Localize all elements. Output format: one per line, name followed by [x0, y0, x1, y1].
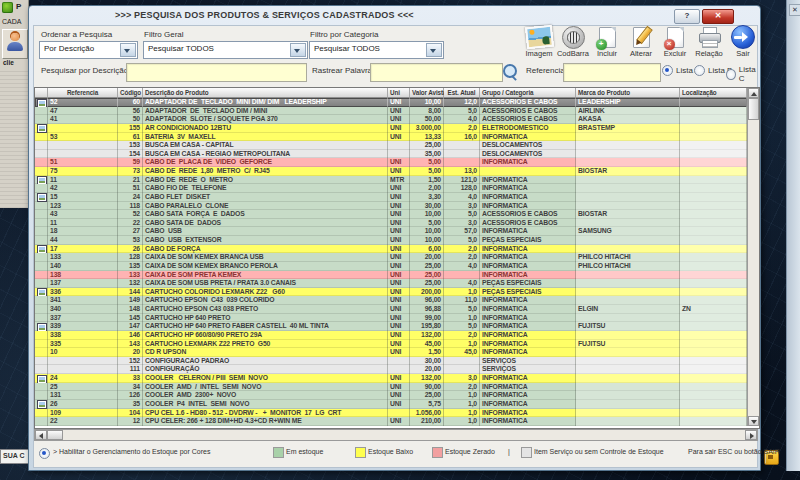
cell-grupo: ELETRODOMESTICO [480, 124, 576, 133]
v-scroll-thumb[interactable] [748, 98, 759, 120]
table-header[interactable]: ReferenciaCódigoDescrição do ProdutoUniV… [35, 88, 747, 98]
chevron-down-icon[interactable] [120, 43, 136, 57]
table-row[interactable]: 2635COOLER P4 INTEL SEMI NOVOUNI5,751,0I… [35, 400, 747, 409]
table-row[interactable]: 152CONFIGURACAO PADRAO30,00SERVIÇOS [35, 357, 747, 366]
filtro-geral-dropdown[interactable]: Pesquisar TODOS [143, 41, 308, 59]
column-header-cod[interactable]: Código [118, 88, 143, 98]
cell-uni: UNI [388, 331, 410, 340]
table-row[interactable]: 2212CPU CELER: 266 + 128 DIM+HD 4.3+CD R… [35, 417, 747, 426]
scroll-up-icon[interactable] [748, 88, 759, 98]
cell-uni: UNI [388, 348, 410, 357]
cell-uni [388, 365, 410, 374]
table-row[interactable]: 2433COOLER CELERON / PIII SEMI NOVOUNI13… [35, 374, 747, 383]
table-row[interactable]: 137132CAIXA DE SOM USB PRETA / PRATA 3.0… [35, 279, 747, 288]
sair-button[interactable]: Sair [726, 24, 760, 62]
alterar-button[interactable]: Alterar [624, 24, 658, 62]
chevron-down-icon[interactable] [426, 43, 442, 57]
table-row[interactable]: 4251CABO FIO DE TELEFONEUNI2,00128,0INFO… [35, 184, 747, 193]
table-row[interactable]: 153BUSCA EM CASA - CAPITAL25,00DESLOCAME… [35, 141, 747, 150]
h-scrollbar[interactable] [34, 429, 758, 441]
table-row[interactable]: 341149CARTUCHO EPSON C43 039 COLORIDOUNI… [35, 296, 747, 305]
search-icon[interactable] [503, 64, 517, 78]
column-header-icon[interactable] [35, 88, 48, 98]
cell-marca: BIOSTAR [576, 167, 680, 176]
table-row[interactable]: 1121CABO DE REDE O METROMTR1,50121,0INFO… [35, 176, 747, 185]
background-close-icon[interactable]: ✕ [789, 4, 800, 16]
codbarra-button[interactable]: CodBarra [556, 24, 590, 62]
imagem-button[interactable]: Imagem [522, 24, 556, 62]
h-scroll-thumb[interactable] [47, 430, 63, 440]
cell-marca [576, 409, 680, 418]
chevron-down-icon[interactable] [290, 43, 306, 57]
scroll-left-icon[interactable] [35, 430, 47, 440]
column-header-uni[interactable]: Uni [388, 88, 410, 98]
cell-desc: COOLER P4 INTEL SEMI NOVO [143, 400, 388, 409]
incluir-button[interactable]: + Incluir [590, 24, 624, 62]
lista-c-radio[interactable]: Lista C [726, 65, 760, 83]
column-header-grupo[interactable]: Grupo / Categoria [480, 88, 576, 98]
column-header-loc[interactable]: Localização [680, 88, 747, 98]
table-row[interactable]: 4150ADAPTADOR SLOTE / SOQUETE PGA 370UNI… [35, 115, 747, 124]
table-row[interactable]: 138133CAIXA DE SOM PRETA KEMEXUNI25,00IN… [35, 271, 747, 280]
cell-uni: UNI [388, 236, 410, 245]
ordenar-dropdown[interactable]: Por Descrição [39, 41, 138, 59]
menu-cadastros[interactable]: CADA [2, 18, 21, 25]
table-row[interactable]: 111CONFIGURAÇÃO20,00SERVIÇOS [35, 365, 747, 374]
categoria-dropdown[interactable]: Pesquisar TODOS [309, 41, 444, 59]
titlebar[interactable]: >>> PESQUISA DOS PRODUTOS & SERVIÇOS CAD… [29, 6, 760, 24]
referencia-input[interactable] [563, 63, 661, 82]
table-row[interactable]: 340148CARTUCHO EPSON C43 038 PRETOUNI96,… [35, 305, 747, 314]
cell-ref: 133 [48, 253, 118, 262]
column-header-ref[interactable]: Referencia [48, 88, 118, 98]
table-row[interactable]: 2534COOLER AMD / INTEL SEMI NOVOUNI90,00… [35, 383, 747, 392]
table-row[interactable]: 5361BATERIA 3V MAXELLUNI13,3316,0INFORMA… [35, 133, 747, 142]
cell-loc [680, 184, 747, 193]
table-row[interactable]: 123118CABO PARALELO CLONEUNI30,003,0INFO… [35, 202, 747, 211]
column-header-desc[interactable]: Descrição do Produto [143, 88, 388, 98]
help-button[interactable]: ? [674, 9, 700, 24]
table-row[interactable]: 4756ADAPTADOR DE TECLADO DIM / MINIUNI8,… [35, 107, 747, 116]
cell-desc: CAIXA DE SOM PRETA KEMEX [143, 271, 388, 280]
table-row[interactable]: 337145CARTUCHO HP 640 PRETOUNI99,001,0IN… [35, 314, 747, 323]
table-row[interactable]: 1122CABO SATA DE DADOSUNI5,003,0ACESSORI… [35, 219, 747, 228]
cell-ref: 47 [48, 107, 118, 116]
table-row[interactable]: 5159CABO DE PLACA DE VIDEO GEFORCEUNI5,0… [35, 158, 747, 167]
table-row[interactable]: 1020CD R UPSONUNI1,5045,0INFORMATICA [35, 348, 747, 357]
table-row[interactable]: 109104CPU CEL 1.6 - HD80 - 512 - DVDRW -… [35, 409, 747, 418]
rastrear-input[interactable] [370, 63, 503, 82]
v-scrollbar[interactable] [747, 88, 759, 426]
scroll-right-icon[interactable] [745, 430, 757, 440]
column-header-marca[interactable]: Marca do Produto [576, 88, 680, 98]
table-row[interactable]: 1827CABO USBUNI10,0057,0INFORMATICASAMSU… [35, 227, 747, 236]
table-row[interactable]: 335143CARTUCHO LEXMARK Z22 PRETO G50UNI4… [35, 340, 747, 349]
table-row[interactable]: 155AR CONDICIONADO 12BTUUNI3.000,002,0EL… [35, 124, 747, 133]
table-row[interactable]: 154BUSCA EM CASA - REGIAO METROPOLITANA3… [35, 150, 747, 159]
table-row[interactable]: 1726CABO DE FORÇAUNI6,002,0INFORMATICA [35, 245, 747, 254]
cell-est: 5,0 [444, 107, 480, 116]
stock-colors-toggle[interactable] [39, 448, 50, 459]
table-row[interactable]: 140135CAIXA DE SOM KEMEX BRANCO PEROLAUN… [35, 262, 747, 271]
descricao-search-input[interactable] [126, 63, 307, 82]
cell-est: 5,0 [444, 236, 480, 245]
table-row[interactable]: 4453CABO USB EXTENSORUNI10,005,0PEÇAS ES… [35, 236, 747, 245]
close-button[interactable]: ✕ [702, 9, 734, 24]
cell-grupo: SERVIÇOS [480, 357, 576, 366]
table-row[interactable]: 131126COOLER AMD 2300+ NOVOUNI25,001,0IN… [35, 391, 747, 400]
relacao-button[interactable]: Relação [692, 24, 726, 62]
table-row[interactable]: 5260ADAPTADOR DE TECLADO MINI DIM/ DIM L… [35, 98, 747, 107]
cell-grupo: INFORMATICA [480, 133, 576, 142]
excluir-button[interactable]: × Excluir [658, 24, 692, 62]
table-row[interactable]: 338146CARTUCHO HP 660/80/90 PRETO 29AUNI… [35, 331, 747, 340]
cell-img [35, 357, 48, 366]
table-row[interactable]: 336144CARTUCHO COLORIDO LEXMARK Z22 G60U… [35, 288, 747, 297]
cell-loc [680, 210, 747, 219]
table-row[interactable]: 133128CAIXA DE SOM KEMEX BRANCA USBUNI20… [35, 253, 747, 262]
table-row[interactable]: 7573CABO DE REDE 1,80 METRO C/ RJ45UNI5,… [35, 167, 747, 176]
clients-button[interactable] [2, 29, 28, 59]
table-row[interactable]: 339147CARTUCHO HP 640 PRETO FABER CASTEL… [35, 322, 747, 331]
table-row[interactable]: 4352CABO SATA FORÇA E DADOSUNI10,005,0AC… [35, 210, 747, 219]
column-header-valor[interactable]: Valor Avista [410, 88, 444, 98]
column-header-est[interactable]: Est. Atual [444, 88, 480, 98]
scroll-down-icon[interactable] [748, 416, 759, 426]
table-row[interactable]: 1524CABO FLET DISKETUNI3,304,0INFORMATIC… [35, 193, 747, 202]
